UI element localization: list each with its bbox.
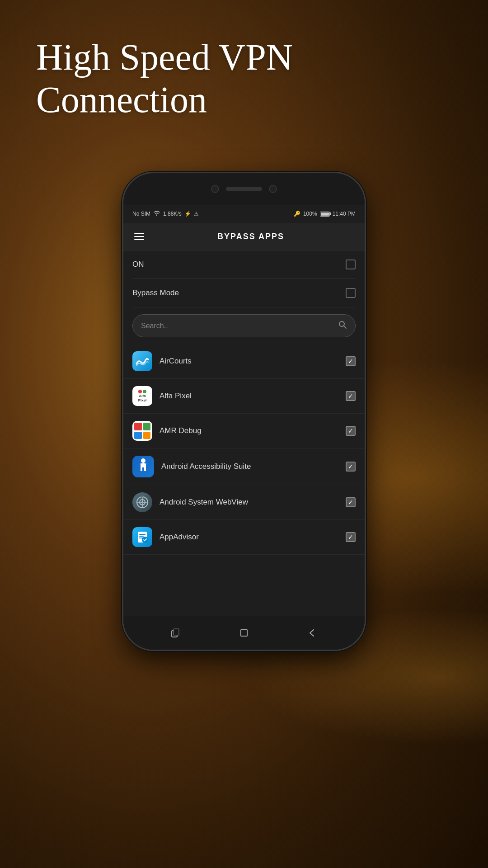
warning-icon: ⚠ (194, 211, 199, 217)
app-title: BYPASS APPS (146, 232, 356, 241)
app-checkbox-appadvisor[interactable] (346, 532, 356, 542)
search-icon[interactable] (338, 320, 347, 331)
app-name-amrdebug: AMR Debug (160, 426, 338, 435)
svg-point-2 (141, 458, 145, 463)
bypass-mode-checkbox[interactable] (346, 288, 356, 298)
nav-bar (123, 616, 365, 650)
app-icon-appadvisor (132, 527, 152, 547)
phone-mockup: No SIM 1.88K/s ⚡ ⚠ 🔑 100% 11:40 PM (122, 172, 366, 651)
bypass-mode-label: Bypass Mode (132, 288, 179, 297)
app-checkbox-webview[interactable] (346, 497, 356, 507)
on-toggle-row[interactable]: ON (132, 250, 356, 279)
search-section: Search.. (123, 307, 365, 344)
status-bar: No SIM 1.88K/s ⚡ ⚠ 🔑 100% 11:40 PM (123, 205, 365, 223)
hamburger-line-2 (134, 236, 144, 237)
menu-button[interactable] (132, 231, 146, 242)
wifi-icon (153, 210, 160, 217)
app-list: AirCourts Alfa Pixel Alfa Pixel (123, 344, 365, 555)
front-camera-2 (269, 185, 277, 193)
app-name-webview: Android System WebView (160, 498, 338, 507)
app-icon-alfapixel: Alfa Pixel (132, 386, 152, 406)
on-label: ON (132, 260, 144, 269)
app-icon-amrdebug (132, 421, 152, 441)
list-item[interactable]: Android System WebView (123, 485, 365, 520)
svg-rect-9 (139, 534, 145, 535)
list-item[interactable]: AMR Debug (123, 414, 365, 448)
key-icon: 🔑 (294, 211, 300, 217)
app-icon-accessibility (132, 456, 154, 477)
app-icon-webview (132, 492, 152, 512)
hamburger-line-1 (134, 233, 144, 234)
svg-rect-10 (139, 536, 144, 537)
list-item[interactable]: Android Accessibility Suite (123, 448, 365, 485)
list-item[interactable]: AppAdvisor (123, 520, 365, 555)
front-camera (211, 185, 219, 193)
time-text: 11:40 PM (333, 211, 356, 217)
headline-line2: Connection (36, 79, 207, 120)
app-header: BYPASS APPS (123, 223, 365, 250)
speaker (226, 187, 262, 191)
app-name-appadvisor: AppAdvisor (160, 533, 338, 542)
toggle-section: ON Bypass Mode (123, 250, 365, 307)
search-bar[interactable]: Search.. (132, 314, 356, 337)
headline: High Speed VPN Connection (36, 36, 452, 122)
no-sim-text: No SIM (132, 211, 150, 217)
app-screen: BYPASS APPS ON Bypass Mode Search.. (123, 223, 365, 616)
headline-line1: High Speed VPN (36, 37, 293, 78)
status-right: 🔑 100% 11:40 PM (294, 211, 356, 217)
usb-icon: ⚡ (184, 211, 191, 217)
search-placeholder: Search.. (141, 322, 333, 330)
on-checkbox[interactable] (346, 259, 356, 269)
app-name-aircourts: AirCourts (160, 357, 338, 366)
phone-frame: No SIM 1.88K/s ⚡ ⚠ 🔑 100% 11:40 PM (122, 172, 366, 651)
svg-line-1 (344, 326, 347, 329)
battery-icon (320, 212, 330, 217)
app-checkbox-amrdebug[interactable] (346, 426, 356, 436)
battery-fill (321, 212, 329, 216)
app-name-accessibility: Android Accessibility Suite (161, 462, 338, 471)
hamburger-line-3 (134, 239, 144, 240)
home-button[interactable] (235, 624, 253, 642)
phone-notch (123, 173, 365, 205)
svg-rect-15 (241, 630, 247, 636)
battery-text: 100% (303, 211, 317, 217)
list-item[interactable]: Alfa Pixel Alfa Pixel (123, 379, 365, 414)
app-checkbox-aircourts[interactable] (346, 356, 356, 366)
status-left: No SIM 1.88K/s ⚡ ⚠ (132, 210, 199, 217)
list-item[interactable]: AirCourts (123, 344, 365, 379)
app-checkbox-accessibility[interactable] (346, 462, 356, 472)
svg-rect-14 (174, 629, 179, 635)
speed-text: 1.88K/s (163, 211, 182, 217)
recent-apps-button[interactable] (167, 624, 185, 642)
back-button[interactable] (303, 624, 321, 642)
app-name-alfapixel: Alfa Pixel (160, 392, 338, 401)
bypass-mode-row[interactable]: Bypass Mode (132, 279, 356, 307)
app-checkbox-alfapixel[interactable] (346, 391, 356, 401)
app-icon-aircourts (132, 351, 152, 371)
